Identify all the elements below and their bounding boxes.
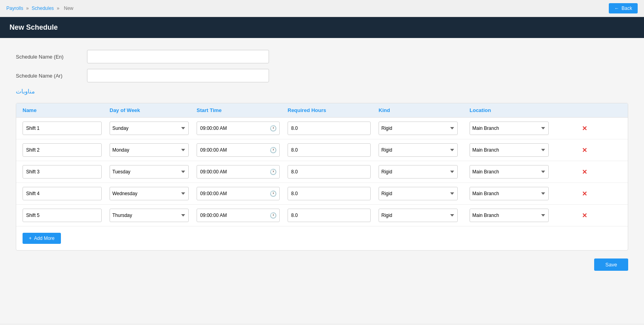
delete-row-button-5[interactable]: ✕	[576, 212, 592, 219]
shift-name-input-3[interactable]	[23, 165, 102, 179]
table-header: Name Day of Week Start Time Required Hou…	[16, 103, 628, 118]
kind-select-5[interactable]: RigidFlexible	[379, 209, 458, 222]
delete-row-button-4[interactable]: ✕	[576, 190, 592, 198]
location-select-2[interactable]: Main BranchBranch 2Branch 3	[470, 143, 549, 157]
shift-name-input-2[interactable]	[23, 143, 102, 157]
save-button[interactable]: Save	[594, 258, 628, 271]
topbar: Payrolls » Schedules » New ← Back	[0, 0, 644, 17]
table-row: SundayMondayTuesdayWednesdayThursdayFrid…	[16, 205, 628, 226]
breadcrumb-current: New	[64, 6, 73, 11]
header-start-time: Start Time	[197, 107, 288, 113]
table-row: SundayMondayTuesdayWednesdayThursdayFrid…	[16, 139, 628, 161]
save-section: Save	[16, 251, 628, 271]
header-location: Location	[470, 107, 576, 113]
day-of-week-select-4[interactable]: SundayMondayTuesdayWednesdayThursdayFrid…	[110, 187, 189, 200]
start-time-cell-5: 🕐	[197, 209, 280, 222]
main-content: Schedule Name (En) Schedule Name (Ar) من…	[0, 38, 644, 323]
schedule-name-en-group: Schedule Name (En)	[16, 50, 628, 63]
header-name: Name	[23, 107, 110, 113]
breadcrumb-sep1: »	[26, 6, 29, 11]
day-of-week-select-2[interactable]: SundayMondayTuesdayWednesdayThursdayFrid…	[110, 143, 189, 157]
page-title: New Schedule	[9, 23, 58, 31]
table-row: SundayMondayTuesdayWednesdayThursdayFrid…	[16, 161, 628, 183]
breadcrumb: Payrolls » Schedules » New	[6, 6, 75, 11]
kind-select-2[interactable]: RigidFlexible	[379, 143, 458, 157]
delete-row-button-2[interactable]: ✕	[576, 146, 592, 154]
location-select-1[interactable]: Main BranchBranch 2Branch 3	[470, 122, 549, 135]
table-row: SundayMondayTuesdayWednesdayThursdayFrid…	[16, 183, 628, 205]
required-hours-input-5[interactable]	[288, 209, 371, 222]
schedule-name-ar-input[interactable]	[87, 69, 269, 82]
back-arrow-icon: ←	[614, 6, 619, 11]
required-hours-input-4[interactable]	[288, 187, 371, 200]
delete-row-button-3[interactable]: ✕	[576, 168, 592, 176]
start-time-input-2[interactable]	[197, 143, 280, 157]
shifts-table: Name Day of Week Start Time Required Hou…	[16, 103, 628, 251]
header-kind: Kind	[379, 107, 470, 113]
start-time-cell-4: 🕐	[197, 187, 280, 200]
header-day-of-week: Day of Week	[110, 107, 197, 113]
schedule-name-ar-group: Schedule Name (Ar)	[16, 69, 628, 82]
shift-name-input-4[interactable]	[23, 187, 102, 200]
add-more-section: + Add More	[16, 226, 628, 250]
page-header: New Schedule	[0, 17, 644, 38]
breadcrumb-payrolls[interactable]: Payrolls	[6, 6, 23, 11]
start-time-cell-1: 🕐	[197, 122, 280, 135]
kind-select-4[interactable]: RigidFlexible	[379, 187, 458, 200]
required-hours-input-3[interactable]	[288, 165, 371, 179]
table-row: SundayMondayTuesdayWednesdayThursdayFrid…	[16, 118, 628, 139]
table-rows-container: SundayMondayTuesdayWednesdayThursdayFrid…	[16, 118, 628, 226]
start-time-cell-2: 🕐	[197, 143, 280, 157]
breadcrumb-sep2: »	[57, 6, 59, 11]
schedule-name-en-input[interactable]	[87, 50, 269, 63]
start-time-cell-3: 🕐	[197, 165, 280, 179]
kind-select-3[interactable]: RigidFlexible	[379, 165, 458, 179]
breadcrumb-schedules[interactable]: Schedules	[32, 6, 54, 11]
delete-row-button-1[interactable]: ✕	[576, 125, 592, 132]
shift-name-input-5[interactable]	[23, 209, 102, 222]
header-required-hours: Required Hours	[288, 107, 379, 113]
required-hours-input-1[interactable]	[288, 122, 371, 135]
add-more-label: Add More	[34, 236, 55, 241]
shift-name-input-1[interactable]	[23, 122, 102, 135]
plus-icon: +	[29, 236, 32, 241]
header-actions	[576, 107, 592, 113]
start-time-input-4[interactable]	[197, 187, 280, 200]
back-button[interactable]: ← Back	[609, 3, 638, 13]
start-time-input-5[interactable]	[197, 209, 280, 222]
add-more-button[interactable]: + Add More	[23, 233, 61, 244]
kind-select-1[interactable]: RigidFlexible	[379, 122, 458, 135]
day-of-week-select-1[interactable]: SundayMondayTuesdayWednesdayThursdayFrid…	[110, 122, 189, 135]
day-of-week-select-3[interactable]: SundayMondayTuesdayWednesdayThursdayFrid…	[110, 165, 189, 179]
required-hours-input-2[interactable]	[288, 143, 371, 157]
location-select-4[interactable]: Main BranchBranch 2Branch 3	[470, 187, 549, 200]
location-select-3[interactable]: Main BranchBranch 2Branch 3	[470, 165, 549, 179]
start-time-input-3[interactable]	[197, 165, 280, 179]
schedule-name-ar-label: Schedule Name (Ar)	[16, 73, 79, 79]
day-of-week-select-5[interactable]: SundayMondayTuesdayWednesdayThursdayFrid…	[110, 209, 189, 222]
location-select-5[interactable]: Main BranchBranch 2Branch 3	[470, 209, 549, 222]
arabic-link[interactable]: مناوبات	[16, 88, 35, 95]
start-time-input-1[interactable]	[197, 122, 280, 135]
schedule-name-en-label: Schedule Name (En)	[16, 54, 79, 60]
